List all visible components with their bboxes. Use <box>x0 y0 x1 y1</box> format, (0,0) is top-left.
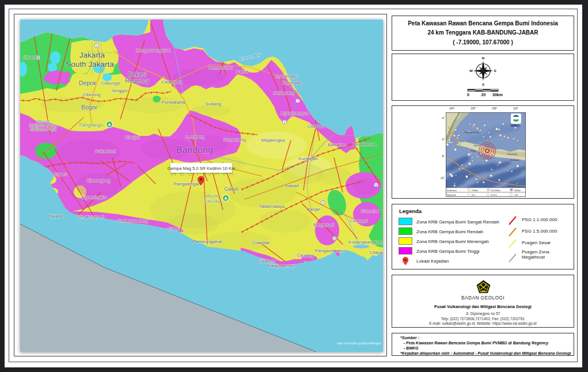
svg-text:Babakan: Babakan <box>328 142 346 147</box>
svg-text:Regency: Regency <box>125 77 149 84</box>
svg-text:Banjar: Banjar <box>306 207 320 212</box>
svg-text:Garut: Garut <box>224 185 238 192</box>
svg-text:>300km: >300km <box>514 189 521 192</box>
svg-text:Gempa Mag 5.0 SR Kedlmn 10 Km: Gempa Mag 5.0 SR Kedlmn 10 Km <box>168 166 236 171</box>
svg-text:Kuningan: Kuningan <box>298 156 318 161</box>
svg-text:Semarang: Semarang <box>507 153 517 155</box>
svg-text:Sumedang: Sumedang <box>223 137 246 142</box>
svg-text:Bogor: Bogor <box>471 150 477 152</box>
svg-text:Cikande: Cikande <box>22 55 40 60</box>
svg-text:N: N <box>482 56 484 60</box>
svg-text:Jatibarang: Jatibarang <box>273 90 294 96</box>
svg-text:Pangandaran: Pangandaran <box>315 248 343 253</box>
svg-text:Indramayu: Indramayu <box>276 74 298 79</box>
svg-text:30km: 30km <box>492 93 503 97</box>
svg-text:Cirebon: Cirebon <box>308 124 324 129</box>
svg-text:Cidora: Cidora <box>168 226 181 231</box>
svg-text:Sindangbarang: Sindangbarang <box>117 218 148 223</box>
svg-text:Cianjur: Cianjur <box>125 135 140 140</box>
svg-text:National Park: National Park <box>30 127 56 132</box>
svg-text:Patrol: Patrol <box>236 69 248 74</box>
svg-text:Arjawinangun: Arjawinangun <box>280 111 308 116</box>
svg-text:Bogor: Bogor <box>81 104 98 111</box>
svg-text:Cihangsi: Cihangsi <box>350 218 367 223</box>
svg-text:20: 20 <box>481 93 486 97</box>
svg-text:6: 6 <box>375 183 377 187</box>
svg-text:Bandung: Bandung <box>176 145 213 155</box>
svg-text:Cibaregbeg: Cibaregbeg <box>86 178 110 183</box>
svg-text:W: W <box>469 69 473 73</box>
svg-text:Kubangkangkung: Kubangkangkung <box>348 240 383 245</box>
svg-text:Kedalaman: Kedalaman <box>447 189 457 192</box>
svg-text:0: 0 <box>467 93 469 97</box>
svg-text:Magnitudo: Magnitudo <box>447 194 456 196</box>
svg-text:Bulakamba: Bulakamba <box>353 142 377 147</box>
svg-text:Pamanukan: Pamanukan <box>208 65 233 70</box>
svg-text:<6.0: <6.0 <box>471 194 475 196</box>
svg-text:Pameungpeuk: Pameungpeuk <box>192 239 223 244</box>
svg-text:BMKG: BMKG <box>511 124 519 127</box>
svg-text:E: E <box>494 69 496 73</box>
svg-text:Pangalengan: Pangalengan <box>173 181 200 187</box>
svg-text:Lingkungsari: Lingkungsari <box>78 214 104 219</box>
svg-text:Jakarta: Jakarta <box>473 145 480 147</box>
svg-text:Tasikmalaya: Tasikmalaya <box>259 204 285 209</box>
svg-text:Pangrango: Pangrango <box>79 122 103 128</box>
svg-text:Subang: Subang <box>205 101 221 107</box>
svg-text:>8.0: >8.0 <box>514 194 518 196</box>
svg-text:Majalengka: Majalengka <box>261 138 285 143</box>
svg-text:South Jakarta: South Jakarta <box>66 60 114 69</box>
svg-text:https://vsi.esdm.go.id/portali: https://vsi.esdm.go.id/portalimages <box>337 341 381 345</box>
svg-text:Tjikaret: Tjikaret <box>48 214 64 219</box>
svg-text:Cipamingkis: Cipamingkis <box>81 195 107 200</box>
svg-text:Gumelar: Gumelar <box>361 208 379 214</box>
svg-text:15: 15 <box>333 237 336 240</box>
svg-text:Jakarta: Jakarta <box>79 51 105 59</box>
svg-text:Lembang: Lembang <box>185 134 204 139</box>
svg-text:Cibinong: Cibinong <box>82 92 101 97</box>
svg-text:Cigaru: Cigaru <box>54 172 67 177</box>
svg-text:100-300km: 100-300km <box>491 189 500 192</box>
svg-text:5: 5 <box>284 120 286 124</box>
svg-text:1: 1 <box>96 44 98 47</box>
svg-text:Surabaya: Surabaya <box>510 159 519 161</box>
svg-text:<100km: <100km <box>471 189 478 192</box>
svg-text:Mount: Mount <box>206 193 219 199</box>
svg-text:Kawali: Kawali <box>285 183 299 188</box>
svg-text:Tanjung Karang: Tanjung Karang <box>464 131 479 134</box>
svg-text:6.0-8.0: 6.0-8.0 <box>491 194 497 196</box>
svg-text:Cilacap: Cilacap <box>370 250 383 255</box>
svg-text:Sukabumi: Sukabumi <box>95 149 116 154</box>
svg-text:3: 3 <box>323 201 324 204</box>
svg-text:Cijulang: Cijulang <box>297 253 314 258</box>
svg-text:Kalapagenep: Kalapagenep <box>267 263 295 268</box>
svg-text:Balongan: Balongan <box>282 80 302 85</box>
svg-text:S: S <box>482 83 484 86</box>
svg-text:Banjarsari: Banjarsari <box>313 222 334 227</box>
svg-text:Cileungsi: Cileungsi <box>101 81 120 86</box>
svg-text:Cikampek: Cikampek <box>161 79 183 85</box>
svg-text:Ciawitali: Ciawitali <box>252 240 270 245</box>
svg-text:Cikuray: Cikuray <box>204 199 219 204</box>
svg-text:Jonggol: Jonggol <box>111 88 127 93</box>
svg-text:Purwakarta: Purwakarta <box>162 100 185 105</box>
svg-text:7: 7 <box>297 99 299 103</box>
svg-text:Depok: Depok <box>79 79 97 86</box>
svg-text:Rengasdengklok: Rengasdengklok <box>136 48 171 53</box>
